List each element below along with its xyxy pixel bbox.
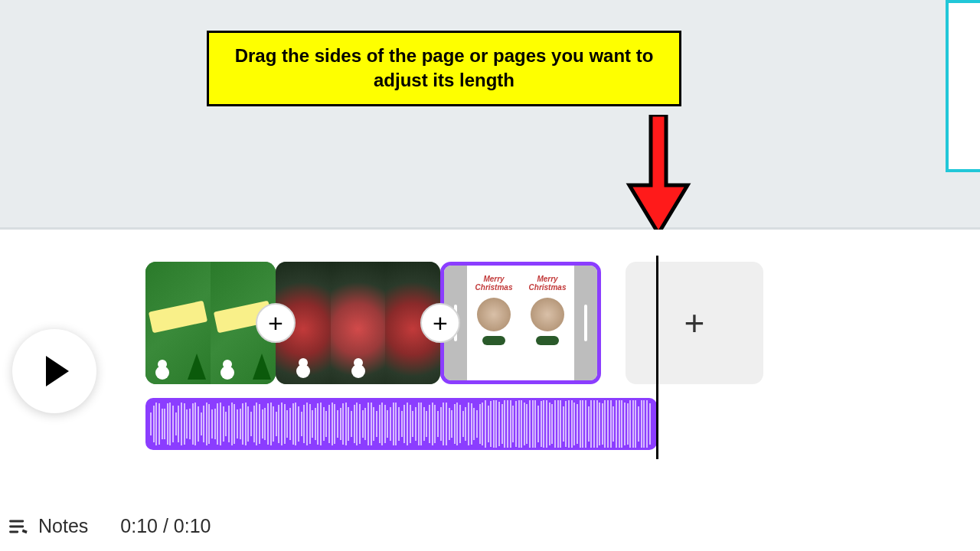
notes-icon [8,516,29,537]
canvas-page-edge[interactable] [946,0,980,172]
add-page-button[interactable]: + [626,262,763,384]
timeline-clip-2[interactable] [276,262,440,384]
add-transition-button[interactable]: + [256,303,296,343]
instruction-callout: Drag the sides of the page or pages you … [207,31,681,106]
play-icon [46,356,69,386]
add-transition-button[interactable]: + [420,303,460,343]
audio-waveform [145,398,657,450]
canvas-area: Drag the sides of the page or pages you … [0,0,980,230]
time-display: 0:10 / 0:10 [120,515,211,537]
clip-thumb [145,262,211,384]
clip-resize-handle-right[interactable] [574,266,597,380]
clip-thumb [331,262,386,384]
arrow-down-icon [620,115,697,240]
clip-thumb: MerryChristmas MerryChristmas [467,266,574,380]
playhead[interactable] [656,256,658,459]
timeline-row: + + MerryChristmas MerryChristmas + [0,251,980,450]
clips-container: + + MerryChristmas MerryChristmas + [145,262,763,384]
audio-track[interactable] [145,398,657,450]
notes-button[interactable]: Notes [38,515,88,537]
play-button[interactable] [12,329,96,413]
timeline-clip-3-selected[interactable]: MerryChristmas MerryChristmas [440,262,601,384]
timeline-panel: + + MerryChristmas MerryChristmas + [0,230,980,551]
footer-bar: Notes 0:10 / 0:10 [8,515,211,537]
